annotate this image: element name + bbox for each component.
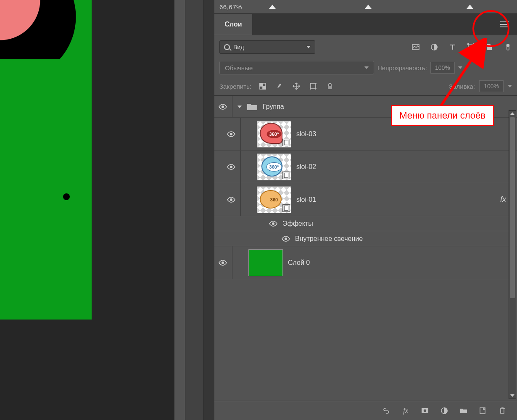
lock-transparent-icon[interactable]	[259, 82, 266, 90]
zoom-value: 66,67%	[219, 3, 242, 11]
visibility-toggle[interactable]	[282, 236, 290, 242]
svg-point-19	[272, 222, 274, 225]
svg-point-23	[423, 409, 427, 412]
blend-mode-select[interactable]: Обычные	[219, 61, 374, 74]
lock-row: Закрепить: Заливка: 100%	[214, 77, 517, 95]
blend-mode-value: Обычные	[225, 64, 253, 71]
visibility-toggle[interactable]	[227, 131, 235, 137]
layer-row[interactable]: 360° sloi-03	[214, 118, 517, 151]
svg-point-15	[222, 106, 224, 108]
lock-label: Закрепить:	[219, 83, 251, 90]
svg-point-18	[230, 198, 232, 201]
visibility-toggle[interactable]	[227, 164, 235, 170]
search-icon	[224, 44, 230, 50]
layer-name[interactable]: sloi-02	[296, 163, 316, 171]
artwork	[0, 0, 92, 320]
fill-value: 100%	[484, 83, 499, 90]
fill-input[interactable]: 100%	[479, 80, 504, 92]
group-name[interactable]: Группа	[263, 103, 284, 111]
lock-all-icon[interactable]	[326, 82, 334, 90]
visibility-toggle[interactable]	[219, 104, 227, 110]
svg-rect-12	[263, 86, 266, 89]
layer-thumbnail[interactable]: 360°	[257, 153, 291, 180]
layer-row[interactable]: 360° sloi-02	[214, 151, 517, 183]
slider-handle-icon[interactable]	[467, 5, 473, 9]
layer-row[interactable]: 360 sloi-01 fx	[214, 183, 517, 216]
scrollbar-thumb[interactable]	[510, 117, 515, 298]
opacity-input[interactable]: 100%	[430, 62, 455, 74]
svg-point-9	[507, 44, 509, 47]
adjustment-layer-icon[interactable]	[441, 407, 448, 415]
hamburger-icon	[500, 21, 509, 27]
lock-position-icon[interactable]	[293, 82, 300, 90]
tab-label: Слои	[224, 21, 242, 28]
smartobject-badge-icon	[282, 139, 290, 146]
layer-group-row[interactable]: Группа	[214, 96, 517, 118]
scroll-down-icon[interactable]	[510, 394, 514, 397]
layer-mask-icon[interactable]	[421, 407, 429, 415]
filter-pixel-icon[interactable]	[412, 43, 419, 51]
new-layer-icon[interactable]	[479, 407, 487, 415]
gutter-1	[174, 0, 185, 420]
visibility-toggle[interactable]	[269, 221, 277, 227]
layer-name[interactable]: sloi-03	[296, 130, 316, 138]
filter-shape-icon[interactable]	[467, 43, 475, 51]
lock-pixels-icon[interactable]	[276, 82, 283, 90]
layer-filter-kind-select[interactable]: Вид	[219, 40, 315, 54]
svg-point-3	[468, 43, 469, 45]
filter-type-icon[interactable]	[449, 43, 456, 51]
layer-name[interactable]: sloi-01	[296, 196, 316, 203]
layer-name[interactable]: Слой 0	[288, 259, 310, 267]
filter-row: Вид	[214, 35, 517, 58]
fx-label: fx	[500, 195, 506, 204]
filter-toggle-switch[interactable]	[504, 43, 512, 51]
chevron-down-icon	[364, 66, 369, 69]
opacity-value: 100%	[435, 64, 450, 71]
tab-layers[interactable]: Слои	[214, 14, 252, 35]
layer-row[interactable]: Слой 0	[214, 246, 517, 279]
svg-point-4	[474, 43, 475, 45]
layer-style-icon[interactable]: fx	[402, 407, 409, 415]
delete-layer-icon[interactable]	[499, 407, 506, 415]
scrollbar[interactable]	[509, 110, 516, 399]
canvas-area[interactable]	[0, 0, 174, 420]
slider-handle-icon[interactable]	[365, 5, 372, 9]
lock-artboard-icon[interactable]	[309, 82, 317, 90]
svg-point-6	[474, 49, 475, 50]
gutter-2	[204, 0, 214, 420]
new-group-icon[interactable]	[460, 407, 467, 415]
layer-thumbnail[interactable]: 360°	[257, 121, 291, 148]
dock-strip[interactable]	[185, 0, 204, 420]
svg-point-5	[468, 49, 469, 50]
effects-header-row[interactable]: Эффекты	[214, 216, 517, 231]
fill-label: Заливка:	[449, 83, 475, 90]
scroll-up-icon[interactable]	[510, 112, 514, 115]
smartobject-badge-icon	[282, 204, 290, 212]
filter-kind-label: Вид	[233, 44, 244, 50]
panel-tab-bar: Слои	[214, 13, 517, 35]
layer-thumbnail[interactable]	[248, 249, 283, 276]
layer-list: Группа 360° sloi-03 360° sloi-	[214, 95, 517, 401]
svg-rect-14	[328, 86, 332, 89]
expand-toggle-icon[interactable]	[237, 106, 242, 108]
chevron-down-icon[interactable]	[458, 66, 462, 69]
tab-bar-spacer	[252, 14, 492, 35]
effects-label: Эффекты	[282, 220, 313, 227]
filter-adjustment-icon[interactable]	[430, 43, 438, 51]
opacity-label: Непрозрачность:	[377, 64, 427, 71]
link-layers-icon[interactable]	[382, 407, 390, 415]
visibility-toggle[interactable]	[227, 197, 235, 203]
svg-rect-13	[311, 84, 316, 89]
slider-handle-icon[interactable]	[269, 5, 276, 9]
smartobject-badge-icon	[282, 172, 290, 179]
effect-row[interactable]: Внутреннее свечение	[214, 231, 517, 246]
chevron-down-icon[interactable]	[508, 85, 512, 87]
svg-rect-2	[468, 44, 474, 50]
layers-bottom-toolbar: fx	[214, 401, 517, 420]
layer-thumbnail[interactable]: 360	[257, 186, 291, 213]
svg-point-21	[222, 262, 224, 264]
panel-menu-button[interactable]	[492, 14, 517, 35]
effect-name: Внутреннее свечение	[295, 235, 363, 243]
filter-smartobject-icon[interactable]	[486, 43, 493, 51]
visibility-toggle[interactable]	[219, 260, 227, 266]
